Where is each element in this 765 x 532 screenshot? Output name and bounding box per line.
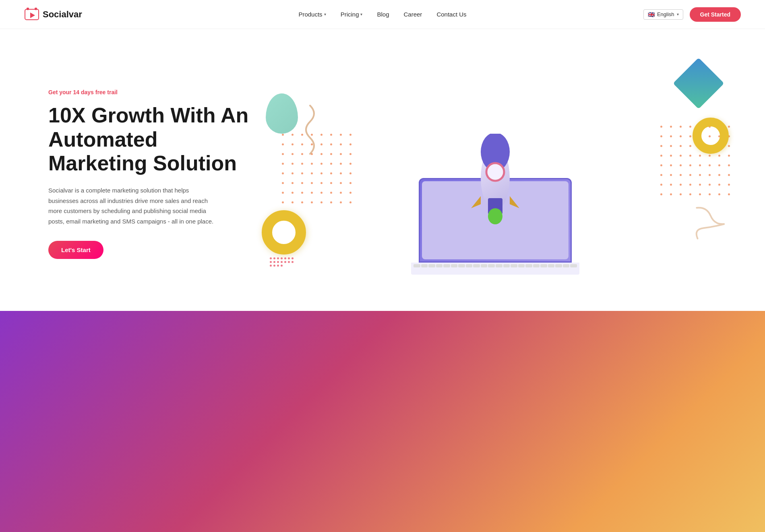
- teal-shape: [266, 93, 298, 134]
- nav-right: 🇬🇧 English ▾ Get Started: [643, 7, 741, 22]
- hero-section: Get your 14 days free trail 10X Growth W…: [0, 29, 765, 311]
- chevron-down-icon: ▾: [324, 12, 326, 17]
- chevron-down-icon: ▾: [360, 12, 362, 17]
- svg-rect-2: [35, 8, 37, 10]
- nav-link-blog[interactable]: Blog: [377, 11, 389, 18]
- language-label: English: [657, 11, 674, 17]
- svg-point-8: [488, 208, 502, 224]
- nav-link-career[interactable]: Career: [404, 11, 422, 18]
- laptop-base: [411, 263, 579, 271]
- squiggle-right: [677, 199, 732, 254]
- lets-start-button[interactable]: Let's Start: [48, 241, 103, 259]
- nav-link-pricing[interactable]: Pricing ▾: [341, 11, 363, 18]
- nav-item-contact[interactable]: Contact Us: [436, 11, 466, 18]
- nav-item-products[interactable]: Products ▾: [298, 11, 326, 18]
- laptop-keyboard: [411, 263, 579, 275]
- gradient-section: [0, 311, 765, 532]
- chevron-down-icon: ▾: [677, 12, 679, 17]
- donut-small: [693, 118, 729, 154]
- svg-point-6: [486, 163, 504, 181]
- navbar: Socialvar Products ▾ Pricing ▾ Blog Care…: [0, 0, 765, 29]
- language-selector[interactable]: 🇬🇧 English ▾: [643, 9, 683, 20]
- nav-item-blog[interactable]: Blog: [377, 11, 389, 18]
- hero-title: 10X Growth With An Automated Marketing S…: [48, 104, 258, 176]
- nav-item-career[interactable]: Career: [404, 11, 422, 18]
- squiggle-left: [294, 101, 326, 158]
- svg-rect-1: [27, 8, 29, 10]
- hero-illustration: [258, 61, 733, 287]
- hero-content: Get your 14 days free trail 10X Growth W…: [48, 89, 258, 259]
- nav-link-contact[interactable]: Contact Us: [436, 11, 466, 18]
- rocket-illustration: [467, 134, 523, 222]
- flag-icon: 🇬🇧: [648, 11, 655, 18]
- nav-link-products[interactable]: Products ▾: [298, 11, 326, 18]
- diamond-shape: [673, 58, 724, 109]
- logo-icon: [24, 7, 39, 22]
- hero-description: Socialvar is a complete marketing soluti…: [48, 185, 217, 226]
- nav-links: Products ▾ Pricing ▾ Blog Career Contact…: [298, 11, 466, 18]
- donut-large: [262, 210, 306, 255]
- logo[interactable]: Socialvar: [24, 7, 82, 22]
- hero-tagline: Get your 14 days free trail: [48, 89, 258, 95]
- get-started-button[interactable]: Get Started: [690, 7, 741, 22]
- scatter-dots: [270, 257, 294, 267]
- logo-text: Socialvar: [43, 9, 82, 20]
- nav-item-pricing[interactable]: Pricing ▾: [341, 11, 363, 18]
- rocket-svg: [467, 134, 523, 226]
